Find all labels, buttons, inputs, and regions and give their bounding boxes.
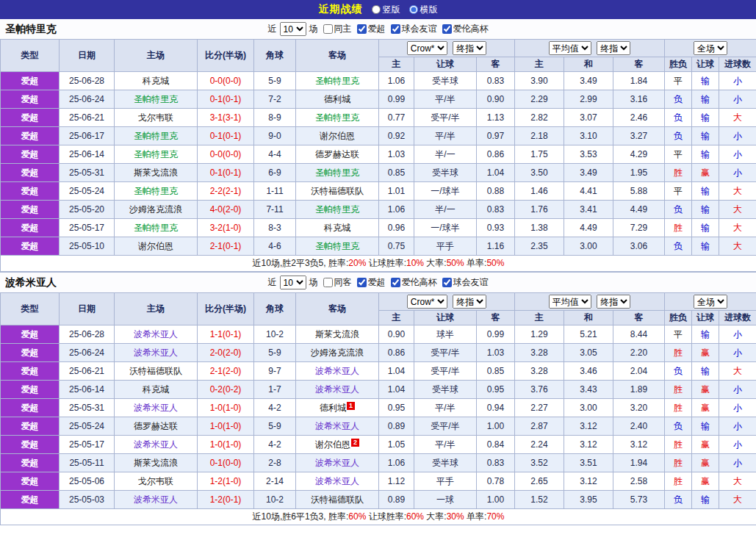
away-team-link[interactable]: 谢尔伯恩2 [296,436,379,454]
away-team-link[interactable]: 沙姆洛克流浪 [296,344,379,362]
home-team-link[interactable]: 德罗赫达联 [115,417,198,436]
away-team-link[interactable]: 谢尔伯恩 [296,127,379,145]
horizontal-radio-input[interactable] [409,5,418,14]
home-team-link[interactable]: 圣帕特里克 [115,127,198,145]
home-team-link[interactable]: 圣帕特里克 [115,219,198,237]
checkbox-input[interactable] [357,278,367,287]
filter-checkbox-爱超[interactable]: 爱超 [357,276,386,289]
home-team-link[interactable]: 圣帕特里克 [115,145,198,164]
asian-final-odds-select[interactable]: 终指 [453,295,486,309]
away-team-link[interactable]: 科克城 [296,219,379,237]
checkbox-input[interactable] [323,278,333,287]
home-team-link[interactable]: 科克城 [115,381,198,399]
home-team-link[interactable]: 戈尔韦联 [115,109,198,127]
result-handicap: 输 [692,72,719,90]
match-score: 1-1(0-1) [198,325,254,344]
home-team-link[interactable]: 圣帕特里克 [115,90,198,109]
away-team-link[interactable]: 波希米亚人 [296,472,379,491]
away-team-link[interactable]: 沃特福德联队 [296,182,379,201]
match-row: 爱超25-06-24波希米亚人2-0(2-0)5-9沙姆洛克流浪0.86受平/半… [1,344,756,362]
bookmaker-select[interactable]: Crow* [407,295,447,309]
checkbox-input[interactable] [391,278,400,287]
home-team-link[interactable]: 波希米亚人 [115,491,198,509]
asian-final-odds-select[interactable]: 终指 [453,41,486,55]
summary-stat-value: 70% [486,511,504,522]
home-team-link[interactable]: 圣帕特里克 [115,182,198,201]
euro-average-select[interactable]: 平均值 [549,295,591,309]
home-team-link[interactable]: 斯莱戈流浪 [115,454,198,472]
match-row: 爱超25-05-31斯莱戈流浪0-1(0-1)6-9圣帕特里克0.85受半球1.… [1,164,756,182]
home-team-link[interactable]: 波希米亚人 [115,325,198,344]
away-team-link[interactable]: 德利城 [296,90,379,109]
home-team-link[interactable]: 波希米亚人 [115,344,198,362]
result-handicap: 赢 [692,381,719,399]
euro-away-odds: 2.20 [613,344,665,362]
checkbox-input[interactable] [442,278,452,287]
away-team-link[interactable]: 斯莱戈流浪 [296,325,379,344]
match-row: 爱超25-05-06戈尔韦联1-2(1-0)2-14波希米亚人1.12平手0.7… [1,472,756,491]
home-team-link[interactable]: 沃特福德联队 [115,362,198,381]
radio-vertical-layout[interactable]: 竖版 [372,4,400,16]
match-row: 爱超25-05-17圣帕特里克3-2(1-0)8-3科克城0.96一/球半0.9… [1,219,756,237]
home-team-link[interactable]: 沙姆洛克流浪 [115,201,198,219]
home-team-link[interactable]: 戈尔韦联 [115,472,198,491]
filter-checkbox-爱超[interactable]: 爱超 [357,23,386,35]
result-outcome: 负 [665,109,692,127]
result-outcome: 胜 [665,436,692,454]
away-team-link[interactable]: 波希米亚人 [296,417,379,436]
filter-checkbox-球会友谊[interactable]: 球会友谊 [442,276,489,289]
filter-checkbox-同主[interactable]: 同主 [323,23,352,35]
checkbox-input[interactable] [442,24,452,34]
result-handicap: 赢 [692,164,719,182]
result-outcome: 胜 [665,344,692,362]
away-team-link[interactable]: 沃特福德联队 [296,491,379,509]
recent-count-select[interactable]: 10 [280,276,306,289]
match-row: 爱超25-05-31波希米亚人1-0(1-0)4-2德利城10.95平/半0.9… [1,399,756,417]
away-team-link[interactable]: 德罗赫达联 [296,145,379,164]
match-score: 3-2(1-0) [198,219,254,237]
match-score: 0-1(0-1) [198,164,254,182]
checkbox-input[interactable] [323,24,333,34]
recent-count-select[interactable]: 10 [280,22,306,36]
bookmaker-select[interactable]: Crow* [407,41,447,55]
col-header-score: 比分(半场) [198,293,254,325]
vertical-radio-input[interactable] [372,5,381,14]
handicap-line: 受平/半 [414,109,477,127]
home-team-link[interactable]: 谢尔伯恩 [115,237,198,256]
radio-horizontal-layout[interactable]: 横版 [409,4,438,16]
away-team-link[interactable]: 波希米亚人 [296,454,379,472]
filter-checkbox-同客[interactable]: 同客 [323,276,352,289]
result-outcome: 负 [665,201,692,219]
away-team-link[interactable]: 圣帕特里克 [296,201,379,219]
away-team-link[interactable]: 圣帕特里克 [296,72,379,90]
euro-average-select[interactable]: 平均值 [549,41,591,55]
home-team-link[interactable]: 波希米亚人 [115,399,198,417]
euro-final-odds-select[interactable]: 终指 [597,295,630,309]
away-team-link[interactable]: 圣帕特里克 [296,237,379,256]
scope-select[interactable]: 全场 [694,41,727,55]
away-team-link[interactable]: 波希米亚人 [296,362,379,381]
away-team-link[interactable]: 德利城1 [296,399,379,417]
match-date: 25-06-21 [60,109,115,127]
section-team-title: 波希米亚人 [5,276,57,289]
filter-checkbox-爱伦高杯[interactable]: 爱伦高杯 [391,276,437,289]
euro-draw-odds: 3.41 [564,201,613,219]
league-tag: 爱超 [1,381,60,399]
home-team-link[interactable]: 波希米亚人 [115,436,198,454]
asian-away-odds: 0.95 [477,381,515,399]
away-team-link[interactable]: 圣帕特里克 [296,164,379,182]
filter-suffix: 场 [309,276,318,289]
checkbox-input[interactable] [391,24,400,34]
home-team-link[interactable]: 斯莱戈流浪 [115,164,198,182]
away-team-link[interactable]: 圣帕特里克 [296,109,379,127]
scope-select[interactable]: 全场 [694,295,727,309]
league-tag: 爱超 [1,237,60,256]
checkbox-input[interactable] [357,24,367,34]
subcol-handicap-result: 让球 [692,57,719,72]
filter-checkbox-爱伦高杯[interactable]: 爱伦高杯 [442,23,489,35]
away-team-link[interactable]: 波希米亚人 [296,381,379,399]
euro-final-odds-select[interactable]: 终指 [597,41,630,55]
filter-checkbox-球会友谊[interactable]: 球会友谊 [391,23,437,35]
euro-away-odds: 4.49 [613,201,665,219]
home-team-link[interactable]: 科克城 [115,72,198,90]
